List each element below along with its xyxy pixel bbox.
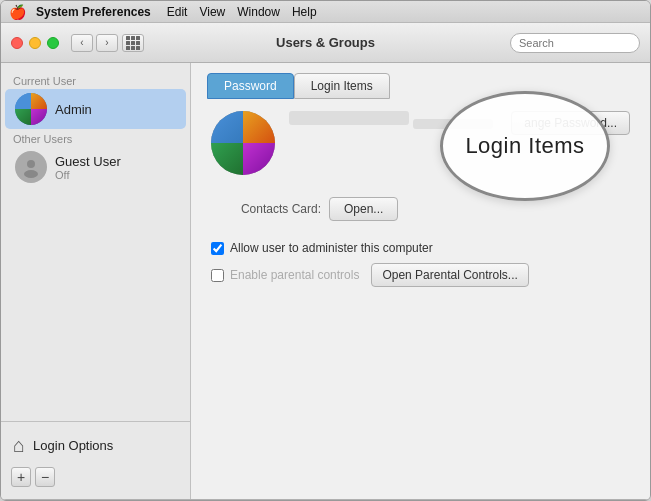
nav-buttons: ‹ ›	[71, 34, 118, 52]
close-button[interactable]	[11, 37, 23, 49]
sidebar-item-admin[interactable]: Admin	[5, 89, 186, 129]
tab-login-items[interactable]: Login Items	[294, 73, 390, 99]
admin-user-info: Admin	[55, 102, 176, 117]
allow-admin-checkbox[interactable]	[211, 242, 224, 255]
app-name-menu[interactable]: System Preferences	[36, 5, 151, 19]
title-bar: ‹ › Users & Groups	[1, 23, 650, 63]
open-parental-controls-button[interactable]: Open Parental Controls...	[371, 263, 528, 287]
current-user-label: Current User	[1, 71, 190, 89]
guest-avatar	[15, 151, 47, 183]
back-button[interactable]: ‹	[71, 34, 93, 52]
grid-icon	[126, 36, 140, 50]
tab-bar: Password Login Items	[191, 63, 650, 99]
grid-view-button[interactable]	[122, 34, 144, 52]
view-menu[interactable]: View	[193, 5, 231, 19]
sidebar-bottom: ⌂ Login Options + −	[1, 421, 190, 491]
forward-button[interactable]: ›	[96, 34, 118, 52]
window-title: Users & Groups	[276, 35, 375, 50]
traffic-lights	[11, 37, 59, 49]
guest-user-info: Guest User Off	[55, 154, 176, 181]
window-menu[interactable]: Window	[231, 5, 286, 19]
open-contacts-button[interactable]: Open...	[329, 197, 398, 221]
guest-name: Guest User	[55, 154, 176, 169]
admin-avatar	[15, 93, 47, 125]
sidebar: Current User Admin Other Users	[1, 63, 191, 499]
login-options-item[interactable]: ⌂ Login Options	[1, 428, 190, 463]
parental-controls-row: Enable parental controls Open Parental C…	[191, 263, 650, 287]
change-password-button[interactable]: ange Password...	[511, 111, 630, 135]
user-type-tag	[413, 119, 493, 129]
apple-menu[interactable]: 🍎	[9, 4, 26, 20]
parental-controls-label: Enable parental controls	[230, 268, 359, 282]
svg-point-1	[24, 170, 38, 178]
macos-menu-bar: 🍎 System Preferences Edit View Window He…	[1, 1, 650, 23]
main-content: Password Login Items ange Pass	[191, 63, 650, 499]
edit-menu[interactable]: Edit	[161, 5, 194, 19]
house-icon: ⌂	[13, 434, 25, 457]
sidebar-item-guest[interactable]: Guest User Off	[5, 147, 186, 187]
maximize-button[interactable]	[47, 37, 59, 49]
remove-user-button[interactable]: −	[35, 467, 55, 487]
tab-password[interactable]: Password	[207, 73, 294, 99]
contacts-card-label: Contacts Card:	[211, 202, 321, 216]
help-menu[interactable]: Help	[286, 5, 323, 19]
minimize-button[interactable]	[29, 37, 41, 49]
allow-admin-row: Allow user to administer this computer	[191, 241, 650, 255]
sidebar-controls: + −	[1, 463, 190, 491]
window-body: Current User Admin Other Users	[1, 63, 650, 499]
parental-controls-checkbox[interactable]	[211, 269, 224, 282]
login-options-label: Login Options	[33, 438, 113, 453]
user-display-name	[289, 111, 409, 125]
allow-admin-label: Allow user to administer this computer	[230, 241, 433, 255]
admin-name: Admin	[55, 102, 176, 117]
guest-status: Off	[55, 169, 176, 181]
svg-point-0	[27, 160, 35, 168]
search-input[interactable]	[510, 33, 640, 53]
contacts-card-row: Contacts Card: Open...	[211, 197, 630, 221]
user-profile-area: ange Password...	[191, 99, 650, 187]
big-avatar	[211, 111, 275, 175]
other-users-label: Other Users	[1, 129, 190, 147]
form-area: Contacts Card: Open...	[191, 187, 650, 241]
user-details	[289, 111, 497, 133]
add-user-button[interactable]: +	[11, 467, 31, 487]
search-wrap	[510, 33, 640, 53]
